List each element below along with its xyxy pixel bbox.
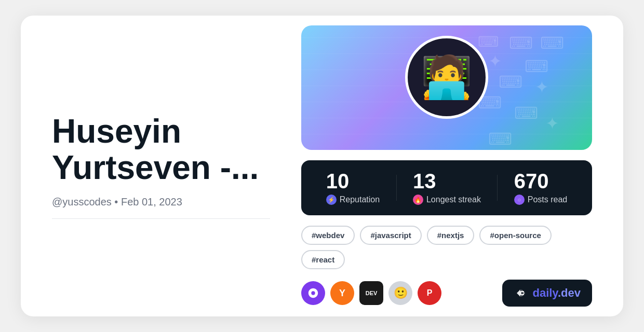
source-face[interactable]: 🙂 — [388, 281, 412, 305]
username: Huseyin Yurtseven -... — [52, 113, 270, 186]
reputation-value: 10 — [326, 171, 350, 191]
streak-label: 🔥 Longest streak — [413, 195, 481, 205]
tag-react[interactable]: #react — [301, 250, 345, 269]
divider — [52, 218, 270, 219]
tag-javascript[interactable]: #javascript — [360, 226, 421, 245]
stat-reputation: 10 ⚡ Reputation — [326, 171, 380, 205]
stat-divider-1 — [396, 175, 397, 201]
posts-label: ○ Posts read — [514, 195, 567, 205]
avatar: 🧑‍💻 — [405, 36, 488, 119]
source-producthunt[interactable]: P — [418, 281, 441, 305]
brand-name: daily — [532, 286, 558, 299]
avatar-image: 🧑‍💻 — [421, 53, 473, 102]
source-devto[interactable]: DEV — [359, 281, 383, 305]
pattern-icon: ⌨ — [540, 33, 564, 53]
stats-bar: 10 ⚡ Reputation 13 🔥 Longest streak 670 … — [301, 160, 592, 215]
profile-card: Huseyin Yurtseven -... @yusscodes • Feb … — [21, 16, 623, 316]
tag-open-source[interactable]: #open-source — [479, 226, 551, 245]
pattern-icon: ✦ — [488, 51, 502, 71]
tag-nextjs[interactable]: #nextjs — [427, 226, 475, 245]
pattern-icon: ✦ — [545, 114, 559, 133]
reputation-text: Reputation — [340, 195, 380, 204]
tags-section: #webdev #javascript #nextjs #open-source… — [301, 226, 592, 269]
right-section: ⌨ ⌨ ⌨ ✦ ⌨ ⌨ ✦ ⌨ ⌨ ✦ ⌨ 🧑‍💻 1 — [301, 25, 592, 307]
pattern-icon: ✦ — [535, 77, 549, 97]
posts-value: 670 — [514, 171, 549, 191]
streak-text: Longest streak — [426, 195, 481, 204]
posts-icon: ○ — [514, 195, 525, 205]
avatar-wrapper: 🧑‍💻 — [405, 36, 488, 119]
streak-icon: 🔥 — [413, 195, 423, 205]
source-ycombinator[interactable]: Y — [330, 281, 354, 305]
brand-suffix: .dev — [558, 286, 581, 299]
profile-hero: ⌨ ⌨ ⌨ ✦ ⌨ ⌨ ✦ ⌨ ⌨ ✦ ⌨ 🧑‍💻 — [301, 25, 592, 150]
reputation-label: ⚡ Reputation — [326, 195, 380, 205]
brand-text: daily.dev — [532, 286, 581, 300]
separator: • — [114, 196, 121, 208]
source-hashnode[interactable] — [301, 281, 325, 305]
stat-streak: 13 🔥 Longest streak — [413, 171, 481, 205]
bottom-row: Y DEV 🙂 P daily.dev — [301, 280, 592, 307]
stat-divider-2 — [497, 175, 498, 201]
source-icons: Y DEV 🙂 P — [301, 281, 441, 305]
dailydev-icon — [514, 286, 528, 300]
streak-value: 13 — [413, 171, 436, 191]
dailydev-chevron-icon — [514, 286, 528, 300]
hashnode-icon — [307, 287, 319, 299]
posts-text: Posts read — [528, 195, 567, 204]
pattern-icon: ⌨ — [499, 72, 522, 92]
tag-webdev[interactable]: #webdev — [301, 226, 355, 245]
pattern-icon: ⌨ — [514, 103, 538, 123]
pattern-icon: ⌨ — [525, 57, 548, 76]
dailydev-logo: daily.dev — [502, 280, 592, 307]
stat-posts: 670 ○ Posts read — [514, 171, 567, 205]
pattern-icon: ⌨ — [509, 33, 533, 53]
handle-date: @yusscodes • Feb 01, 2023 — [52, 196, 270, 208]
join-date: Feb 01, 2023 — [121, 196, 182, 208]
pattern-icon: ⌨ — [488, 129, 512, 149]
left-section: Huseyin Yurtseven -... @yusscodes • Feb … — [52, 113, 270, 219]
handle: @yusscodes — [52, 196, 112, 208]
reputation-icon: ⚡ — [326, 195, 337, 205]
